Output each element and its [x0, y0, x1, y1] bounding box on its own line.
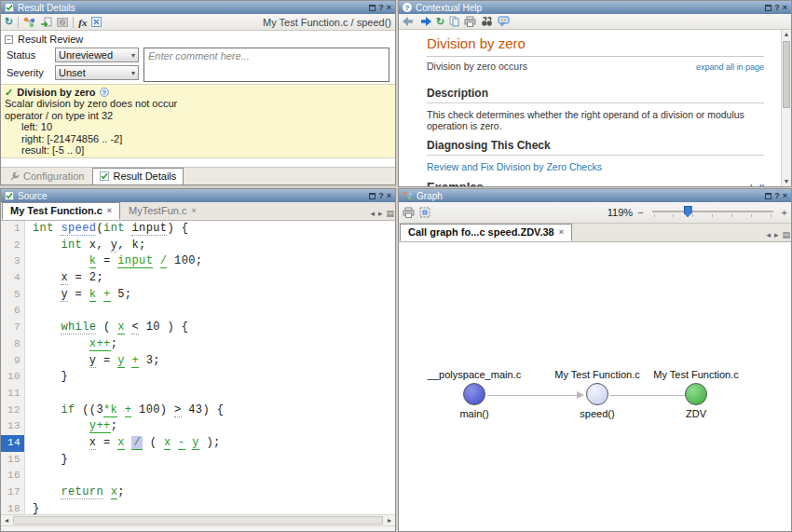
code-line[interactable]: 6 [1, 303, 395, 320]
back-icon[interactable] [403, 17, 415, 26]
expand-all-link[interactable]: expand all [723, 184, 764, 186]
comment-input[interactable]: Enter comment here... [143, 48, 389, 82]
scrollbar-thumb[interactable] [783, 41, 790, 108]
tab-scroll-left-icon[interactable]: ◂ [766, 230, 771, 239]
chevron-down-icon: ▾ [131, 51, 135, 60]
help-vertical-scrollbar[interactable]: ▲ ▼ [781, 30, 791, 186]
expand-all-in-page-link[interactable]: expand all in page [696, 62, 764, 72]
tab-configuration[interactable]: Configuration [3, 169, 90, 184]
copy-icon[interactable] [449, 16, 459, 27]
node-circle[interactable] [463, 383, 485, 405]
close-x-icon[interactable] [91, 17, 102, 27]
polyspace-workspace: Result Details ? × ↻ fx My Test Function… [0, 0, 792, 532]
source-titlebar[interactable]: Source ? × [1, 189, 395, 202]
tab-scroll-right-icon[interactable]: ▸ [774, 230, 779, 239]
code-text: } [25, 369, 68, 386]
undock-icon[interactable] [369, 5, 376, 11]
panel-help-icon[interactable]: ? [774, 192, 780, 200]
result-details-titlebar[interactable]: Result Details ? × [1, 1, 395, 14]
scrollbar-thumb[interactable] [13, 516, 383, 525]
refresh-icon[interactable]: ↻ [5, 16, 13, 28]
code-line[interactable]: 2 int x, y, k; [1, 238, 395, 254]
feedback-icon[interactable] [498, 16, 510, 27]
panel-help-icon[interactable]: ? [378, 192, 384, 200]
help-question-icon[interactable]: ? [100, 88, 109, 97]
refresh-icon[interactable]: ↻ [436, 16, 444, 28]
tab-scroll-right-icon[interactable]: ▸ [378, 209, 383, 218]
node-circle[interactable] [685, 383, 707, 405]
code-line[interactable]: 14 x = x / ( x - y ); [1, 435, 395, 452]
code-line[interactable]: 15 } [1, 452, 395, 469]
code-line[interactable]: 1int speed(int input) { [1, 221, 395, 238]
panel-close-icon[interactable]: × [387, 192, 391, 200]
zoom-in-icon[interactable]: + [782, 207, 787, 218]
zoom-percentage: 119% [608, 207, 633, 218]
current-result-context: My Test Function.c / speed() [263, 17, 391, 28]
line-number: 5 [1, 287, 25, 304]
callgraph-icon[interactable] [23, 17, 35, 28]
tab-my-test-function-c[interactable]: My Test Function.c × [2, 202, 120, 220]
code-line[interactable]: 7 while ( x < 10 ) { [1, 320, 395, 336]
status-dropdown[interactable]: Unreviewed ▾ [55, 48, 139, 62]
source-title: Source [18, 191, 365, 201]
tab-close-icon[interactable]: × [191, 206, 196, 215]
tab-list-icon[interactable]: ▤ [386, 209, 394, 218]
zoom-slider[interactable] [652, 206, 773, 219]
source-horizontal-scrollbar[interactable]: ◂ ▸ [1, 514, 395, 525]
panel-help-icon[interactable]: ? [378, 4, 384, 12]
panel-help-icon[interactable]: ? [774, 4, 780, 12]
graph-titlebar[interactable]: Graph ? × [399, 189, 791, 202]
code-line[interactable]: 12 if ((3*k + 100) > 43) { [1, 402, 395, 419]
panel-close-icon[interactable]: × [783, 192, 787, 200]
severity-dropdown[interactable]: Unset ▾ [55, 65, 139, 80]
tab-close-icon[interactable]: × [107, 206, 112, 215]
contextual-help-titlebar[interactable]: ? Contextual Help ? × [399, 1, 791, 14]
zoom-out-icon[interactable]: − [637, 207, 643, 218]
code-line[interactable]: 18} [1, 501, 395, 514]
tab-scroll-left-icon[interactable]: ◂ [370, 209, 375, 218]
code-line[interactable]: 4 x = 2; [1, 270, 395, 287]
code-line[interactable]: 16 [1, 468, 395, 484]
graph-toolbar: 119% − + [399, 202, 791, 224]
review-fix-link[interactable]: Review and Fix Division by Zero Checks [427, 161, 602, 172]
forward-icon[interactable] [419, 17, 431, 26]
call-graph-canvas[interactable]: __polyspace_main.c main() My Test Functi… [399, 242, 791, 531]
scroll-right-icon[interactable]: ▸ [384, 515, 395, 525]
scroll-left-icon[interactable]: ◂ [1, 515, 12, 525]
code-line[interactable]: 13 y++; [1, 418, 395, 435]
code-line[interactable]: 11 [1, 386, 395, 402]
tab-result-details[interactable]: Result Details [92, 168, 184, 184]
check-box-icon [100, 171, 109, 181]
undock-icon[interactable] [765, 5, 772, 11]
scroll-up-icon[interactable]: ▲ [782, 30, 791, 39]
panel-close-icon[interactable]: × [387, 4, 391, 12]
code-line[interactable]: 9 y = y + 3; [1, 353, 395, 370]
code-line[interactable]: 10 } [1, 369, 395, 386]
scroll-down-icon[interactable]: ▼ [782, 177, 791, 186]
fx-icon[interactable]: fx [78, 17, 87, 28]
goto-source-icon[interactable] [40, 17, 52, 28]
panel-close-icon[interactable]: × [783, 4, 787, 12]
collapse-icon[interactable]: − [5, 35, 13, 44]
graph-node-main[interactable]: __polyspace_main.c main() [423, 369, 526, 419]
tab-label: MyTestFun.c [129, 205, 186, 216]
tab-close-icon[interactable]: × [559, 227, 564, 237]
tab-list-icon[interactable]: ▤ [782, 230, 790, 239]
print-icon[interactable] [464, 16, 476, 27]
fit-to-view-icon[interactable] [419, 207, 430, 218]
undock-icon[interactable] [369, 193, 376, 199]
tab-call-graph[interactable]: Call graph fo...c speed.ZDV.38 × [400, 224, 572, 241]
undock-icon[interactable] [765, 193, 772, 199]
print-icon[interactable] [403, 207, 415, 218]
code-line[interactable]: 8 x++; [1, 336, 395, 353]
code-line[interactable]: 17 return x; [1, 484, 395, 501]
help-subtitle: Division by zero occurs [427, 61, 527, 72]
code-editor[interactable]: 1int speed(int input) {2 int x, y, k;3 k… [1, 221, 395, 514]
find-icon[interactable] [481, 16, 493, 27]
node-circle[interactable] [586, 383, 608, 405]
graph-node-speed[interactable]: My Test Function.c speed() [546, 369, 649, 419]
code-line[interactable]: 3 k = input / 100; [1, 253, 395, 270]
code-line[interactable]: 5 y = k + 5; [1, 287, 395, 304]
tab-mytestfun-c[interactable]: MyTestFun.c × [120, 202, 205, 220]
graph-node-zdv[interactable]: My Test Function.c ZDV [645, 369, 747, 419]
